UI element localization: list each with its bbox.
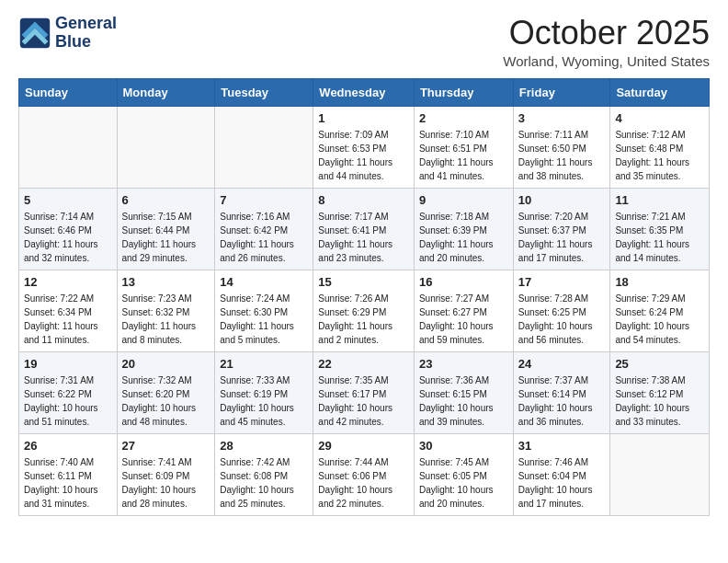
- calendar-cell: 1Sunrise: 7:09 AMSunset: 6:53 PMDaylight…: [313, 106, 415, 188]
- day-number: 12: [24, 275, 112, 289]
- calendar-cell: 26Sunrise: 7:40 AMSunset: 6:11 PMDayligh…: [19, 433, 118, 515]
- day-info: Sunrise: 7:09 AMSunset: 6:53 PMDaylight:…: [318, 128, 409, 183]
- calendar-day-header: Tuesday: [215, 78, 313, 106]
- calendar-day-header: Sunday: [19, 78, 118, 106]
- logo-icon: [18, 17, 51, 50]
- day-info: Sunrise: 7:29 AMSunset: 6:24 PMDaylight:…: [615, 292, 704, 347]
- logo: General Blue: [18, 15, 117, 52]
- day-number: 16: [419, 275, 508, 289]
- logo-line1: General: [55, 15, 117, 33]
- day-info: Sunrise: 7:46 AMSunset: 6:04 PMDaylight:…: [518, 455, 606, 511]
- day-info: Sunrise: 7:11 AMSunset: 6:50 PMDaylight:…: [518, 128, 606, 183]
- day-info: Sunrise: 7:17 AMSunset: 6:41 PMDaylight:…: [318, 210, 409, 265]
- calendar-cell: [117, 106, 215, 188]
- day-info: Sunrise: 7:20 AMSunset: 6:37 PMDaylight:…: [518, 210, 606, 265]
- day-number: 14: [220, 275, 308, 289]
- calendar-cell: 21Sunrise: 7:33 AMSunset: 6:19 PMDayligh…: [215, 351, 313, 433]
- day-info: Sunrise: 7:18 AMSunset: 6:39 PMDaylight:…: [419, 210, 508, 265]
- calendar-cell: 27Sunrise: 7:41 AMSunset: 6:09 PMDayligh…: [117, 433, 215, 515]
- calendar-day-header: Saturday: [610, 78, 710, 106]
- day-number: 26: [24, 439, 112, 453]
- day-number: 6: [122, 193, 210, 207]
- day-number: 25: [615, 357, 704, 371]
- day-info: Sunrise: 7:32 AMSunset: 6:20 PMDaylight:…: [122, 373, 210, 429]
- location: Worland, Wyoming, United States: [503, 53, 710, 69]
- day-number: 10: [518, 193, 606, 207]
- day-info: Sunrise: 7:26 AMSunset: 6:29 PMDaylight:…: [318, 292, 409, 347]
- day-info: Sunrise: 7:28 AMSunset: 6:25 PMDaylight:…: [518, 292, 606, 347]
- day-number: 9: [419, 193, 508, 207]
- calendar-week-row: 26Sunrise: 7:40 AMSunset: 6:11 PMDayligh…: [19, 433, 710, 515]
- day-number: 30: [419, 439, 508, 453]
- day-number: 17: [518, 275, 606, 289]
- calendar-cell: 25Sunrise: 7:38 AMSunset: 6:12 PMDayligh…: [610, 351, 710, 433]
- calendar-week-row: 5Sunrise: 7:14 AMSunset: 6:46 PMDaylight…: [19, 188, 710, 270]
- day-number: 27: [122, 439, 210, 453]
- day-info: Sunrise: 7:33 AMSunset: 6:19 PMDaylight:…: [220, 373, 308, 429]
- day-number: 13: [122, 275, 210, 289]
- calendar-cell: 10Sunrise: 7:20 AMSunset: 6:37 PMDayligh…: [513, 188, 610, 270]
- day-info: Sunrise: 7:31 AMSunset: 6:22 PMDaylight:…: [24, 373, 112, 429]
- day-info: Sunrise: 7:22 AMSunset: 6:34 PMDaylight:…: [24, 292, 112, 347]
- calendar-cell: 14Sunrise: 7:24 AMSunset: 6:30 PMDayligh…: [215, 270, 313, 351]
- day-info: Sunrise: 7:35 AMSunset: 6:17 PMDaylight:…: [318, 373, 409, 429]
- calendar-cell: [610, 433, 710, 515]
- day-number: 15: [318, 275, 409, 289]
- calendar-cell: 22Sunrise: 7:35 AMSunset: 6:17 PMDayligh…: [313, 351, 415, 433]
- day-info: Sunrise: 7:37 AMSunset: 6:14 PMDaylight:…: [518, 373, 606, 429]
- day-number: 4: [615, 111, 704, 125]
- day-number: 5: [24, 193, 112, 207]
- day-number: 20: [122, 357, 210, 371]
- day-number: 24: [518, 357, 606, 371]
- day-info: Sunrise: 7:23 AMSunset: 6:32 PMDaylight:…: [122, 292, 210, 347]
- calendar-cell: 15Sunrise: 7:26 AMSunset: 6:29 PMDayligh…: [313, 270, 415, 351]
- day-number: 22: [318, 357, 409, 371]
- calendar-cell: 2Sunrise: 7:10 AMSunset: 6:51 PMDaylight…: [414, 106, 513, 188]
- day-info: Sunrise: 7:38 AMSunset: 6:12 PMDaylight:…: [615, 373, 704, 429]
- day-info: Sunrise: 7:21 AMSunset: 6:35 PMDaylight:…: [615, 210, 704, 265]
- logo-line2: Blue: [55, 33, 117, 52]
- calendar-cell: 19Sunrise: 7:31 AMSunset: 6:22 PMDayligh…: [19, 351, 118, 433]
- title-block: October 2025 Worland, Wyoming, United St…: [503, 15, 710, 69]
- calendar-cell: 8Sunrise: 7:17 AMSunset: 6:41 PMDaylight…: [313, 188, 415, 270]
- day-number: 2: [419, 111, 508, 125]
- day-info: Sunrise: 7:42 AMSunset: 6:08 PMDaylight:…: [220, 455, 308, 511]
- day-info: Sunrise: 7:24 AMSunset: 6:30 PMDaylight:…: [220, 292, 308, 347]
- day-number: 31: [518, 439, 606, 453]
- calendar-cell: 20Sunrise: 7:32 AMSunset: 6:20 PMDayligh…: [117, 351, 215, 433]
- calendar-cell: 4Sunrise: 7:12 AMSunset: 6:48 PMDaylight…: [610, 106, 710, 188]
- page: General Blue October 2025 Worland, Wyomi…: [0, 0, 728, 531]
- calendar-cell: 6Sunrise: 7:15 AMSunset: 6:44 PMDaylight…: [117, 188, 215, 270]
- day-info: Sunrise: 7:15 AMSunset: 6:44 PMDaylight:…: [122, 210, 210, 265]
- day-info: Sunrise: 7:16 AMSunset: 6:42 PMDaylight:…: [220, 210, 308, 265]
- day-info: Sunrise: 7:41 AMSunset: 6:09 PMDaylight:…: [122, 455, 210, 511]
- day-number: 11: [615, 193, 704, 207]
- calendar-table: SundayMondayTuesdayWednesdayThursdayFrid…: [18, 78, 710, 516]
- day-info: Sunrise: 7:27 AMSunset: 6:27 PMDaylight:…: [419, 292, 508, 347]
- calendar-cell: 23Sunrise: 7:36 AMSunset: 6:15 PMDayligh…: [414, 351, 513, 433]
- day-number: 28: [220, 439, 308, 453]
- day-number: 3: [518, 111, 606, 125]
- calendar-cell: 18Sunrise: 7:29 AMSunset: 6:24 PMDayligh…: [610, 270, 710, 351]
- day-info: Sunrise: 7:44 AMSunset: 6:06 PMDaylight:…: [318, 455, 409, 511]
- day-number: 23: [419, 357, 508, 371]
- calendar-cell: 3Sunrise: 7:11 AMSunset: 6:50 PMDaylight…: [513, 106, 610, 188]
- calendar-day-header: Monday: [117, 78, 215, 106]
- logo-text: General Blue: [55, 15, 117, 52]
- day-info: Sunrise: 7:10 AMSunset: 6:51 PMDaylight:…: [419, 128, 508, 183]
- day-number: 18: [615, 275, 704, 289]
- day-info: Sunrise: 7:14 AMSunset: 6:46 PMDaylight:…: [24, 210, 112, 265]
- day-info: Sunrise: 7:45 AMSunset: 6:05 PMDaylight:…: [419, 455, 508, 511]
- calendar-cell: [215, 106, 313, 188]
- calendar-day-header: Wednesday: [313, 78, 415, 106]
- calendar-cell: 28Sunrise: 7:42 AMSunset: 6:08 PMDayligh…: [215, 433, 313, 515]
- calendar-day-header: Thursday: [414, 78, 513, 106]
- day-info: Sunrise: 7:12 AMSunset: 6:48 PMDaylight:…: [615, 128, 704, 183]
- day-info: Sunrise: 7:40 AMSunset: 6:11 PMDaylight:…: [24, 455, 112, 511]
- calendar-cell: 7Sunrise: 7:16 AMSunset: 6:42 PMDaylight…: [215, 188, 313, 270]
- calendar-header-row: SundayMondayTuesdayWednesdayThursdayFrid…: [19, 78, 710, 106]
- calendar-day-header: Friday: [513, 78, 610, 106]
- calendar-cell: 29Sunrise: 7:44 AMSunset: 6:06 PMDayligh…: [313, 433, 415, 515]
- calendar-cell: 5Sunrise: 7:14 AMSunset: 6:46 PMDaylight…: [19, 188, 118, 270]
- calendar-cell: 11Sunrise: 7:21 AMSunset: 6:35 PMDayligh…: [610, 188, 710, 270]
